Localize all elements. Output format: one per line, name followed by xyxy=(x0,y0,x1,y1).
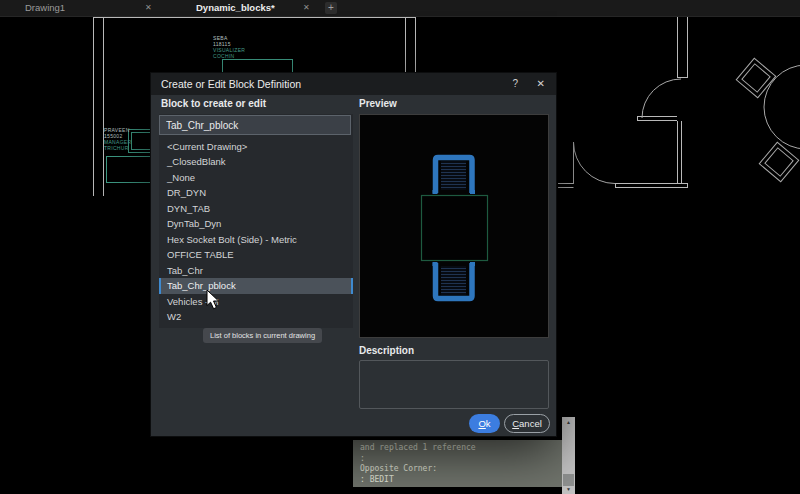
list-item[interactable]: OFFICE TABLE xyxy=(159,247,353,263)
dialog-title: Create or Edit Block Definition xyxy=(161,73,301,95)
list-item[interactable]: DR_DYN xyxy=(159,185,353,201)
command-line: and replaced 1 reference xyxy=(360,443,562,454)
stamp-seba: SEBA 118115 VISUALIZER COCHIN xyxy=(213,35,245,59)
preview-chair-bottom xyxy=(433,262,476,299)
scroll-down-icon[interactable]: ▼ xyxy=(562,484,575,494)
list-item[interactable]: <Current Drawing> xyxy=(159,139,353,155)
diamond-chairs xyxy=(736,58,798,181)
scroll-up-icon[interactable]: ▲ xyxy=(562,417,575,427)
mouse-cursor xyxy=(206,289,222,312)
command-line: Opposite Corner: xyxy=(360,464,562,475)
list-item[interactable]: DYN_TAB xyxy=(159,201,353,217)
list-item[interactable]: W2 xyxy=(159,309,353,325)
list-tooltip: List of blocks in current drawing xyxy=(203,328,322,343)
ok-button[interactable]: Ok xyxy=(469,414,500,433)
door-arcs xyxy=(574,79,682,184)
ok-button-accel: O xyxy=(478,418,485,429)
list-item[interactable]: Vehicles - M xyxy=(159,294,353,310)
command-scrollbar[interactable]: ▲ ▼ xyxy=(562,417,575,494)
tab-drawing1[interactable]: Drawing1 xyxy=(25,2,65,13)
preview-label: Preview xyxy=(359,98,397,109)
tab-dynamic-blocks-close-icon[interactable]: ✕ xyxy=(303,3,310,12)
command-line: : BEDIT xyxy=(360,475,562,486)
block-list: <Current Drawing> _ClosedBlank _None DR_… xyxy=(159,139,353,325)
stamp-praveen: PRAVEEN 155002 MANAGER TRICHUR xyxy=(104,127,131,151)
tab-drawing1-close-icon[interactable]: ✕ xyxy=(145,3,152,12)
block-list-label: Block to create or edit xyxy=(161,98,266,109)
list-item-selected[interactable]: Tab_Chr_pblock xyxy=(159,278,353,294)
list-item[interactable]: _ClosedBlank xyxy=(159,154,353,170)
command-line: : xyxy=(360,454,562,465)
block-name-input[interactable] xyxy=(159,115,351,135)
block-definition-dialog: Create or Edit Block Definition ? ✕ Bloc… xyxy=(150,72,557,437)
block-preview-drawing xyxy=(360,115,548,337)
cancel-button-rest: ancel xyxy=(519,418,542,429)
stamp-line: COCHIN xyxy=(213,53,245,59)
description-input[interactable] xyxy=(359,360,549,409)
ok-button-rest: k xyxy=(486,418,491,429)
block-preview xyxy=(359,114,549,338)
list-item[interactable]: Tab_Chr xyxy=(159,263,353,279)
new-tab-button[interactable]: + xyxy=(325,2,337,14)
preview-chair-top xyxy=(433,158,476,195)
command-history-panel: and replaced 1 reference : Opposite Corn… xyxy=(353,440,562,487)
dialog-titlebar: Create or Edit Block Definition ? ✕ xyxy=(151,73,556,95)
tab-dynamic-blocks[interactable]: Dynamic_blocks* xyxy=(196,2,275,13)
close-icon[interactable]: ✕ xyxy=(537,73,545,95)
help-button[interactable]: ? xyxy=(512,73,518,95)
description-label: Description xyxy=(359,345,414,356)
app-screen: Drawing1 ✕ Dynamic_blocks* ✕ + xyxy=(0,0,800,494)
cancel-button[interactable]: Cancel xyxy=(504,414,550,433)
list-item[interactable]: _None xyxy=(159,170,353,186)
list-item[interactable]: DynTab_Dyn xyxy=(159,216,353,232)
stamp-line: TRICHUR xyxy=(104,145,131,151)
list-item[interactable]: Hex Socket Bolt (Side) - Metric xyxy=(159,232,353,248)
drawing-tabbar: Drawing1 ✕ Dynamic_blocks* ✕ + xyxy=(0,0,800,17)
preview-table xyxy=(422,196,488,261)
